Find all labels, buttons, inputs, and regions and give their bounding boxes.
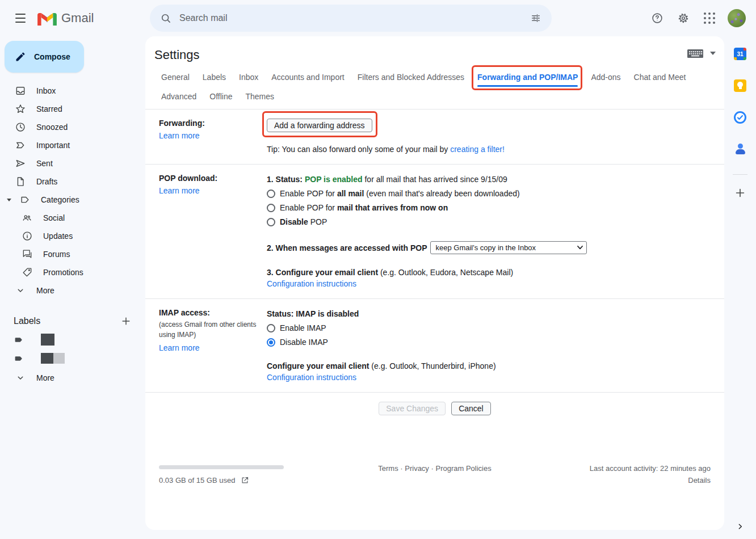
sidebar-item-forums[interactable]: Forums: [0, 245, 136, 263]
imap-access-section: IMAP access: (access Gmail from other cl…: [145, 299, 724, 393]
option-text: (even mail that's already been downloade…: [364, 189, 519, 198]
imap-learn-more-link[interactable]: Learn more: [159, 343, 200, 352]
sidebar-item-inbox[interactable]: Inbox: [0, 82, 136, 100]
storage-used-text: 0.03 GB of 15 GB used: [159, 476, 235, 485]
imap-configuration-instructions-link[interactable]: Configuration instructions: [267, 373, 356, 382]
radio-selected[interactable]: [267, 338, 275, 347]
tab-inbox[interactable]: Inbox: [239, 73, 258, 82]
sidebar-item-starred[interactable]: Starred: [0, 100, 136, 118]
tab-advanced[interactable]: Advanced: [161, 92, 196, 101]
sidebar-item-sent[interactable]: Sent: [0, 154, 136, 172]
main-menu-icon[interactable]: [7, 5, 34, 32]
tab-accounts-and-import[interactable]: Accounts and Import: [271, 73, 344, 82]
labels-heading: Labels: [14, 316, 40, 326]
settings-actions: Save Changes Cancel: [145, 393, 724, 426]
terms-link[interactable]: Terms: [378, 464, 398, 473]
sidebar-item-drafts[interactable]: Drafts: [0, 172, 136, 191]
keep-icon[interactable]: [731, 77, 749, 95]
show-side-panel-chevron-icon[interactable]: [736, 522, 745, 531]
right-side-panel: 31: [724, 36, 756, 539]
pop-configuration-instructions-link[interactable]: Configuration instructions: [267, 279, 356, 288]
tab-labels[interactable]: Labels: [203, 73, 226, 82]
pop-option-from-now-on[interactable]: Enable POP for mail that arrives from no…: [267, 202, 711, 213]
compose-button[interactable]: Compose: [5, 41, 84, 73]
pop-action-select[interactable]: keep Gmail's copy in the Inbox: [430, 241, 587, 254]
user-label-row[interactable]: [0, 330, 145, 349]
user-label-row[interactable]: [0, 349, 145, 368]
pop-option-all-mail[interactable]: Enable POP for all mail (even mail that'…: [267, 188, 711, 199]
star-icon: [15, 103, 26, 115]
privacy-link[interactable]: Privacy: [405, 464, 429, 473]
get-add-ons-plus-icon[interactable]: [731, 184, 749, 202]
add-forwarding-address-button[interactable]: Add a forwarding address: [267, 119, 372, 132]
input-tools-dropdown-icon[interactable]: [709, 51, 716, 56]
tab-add-ons[interactable]: Add-ons: [591, 73, 620, 82]
tab-offline[interactable]: Offline: [209, 92, 232, 101]
forwarding-learn-more-link[interactable]: Learn more: [159, 131, 200, 140]
details-link[interactable]: Details: [540, 476, 711, 485]
pop-option-disable[interactable]: Disable POP: [267, 216, 711, 228]
account-avatar[interactable]: [728, 9, 746, 27]
pop-learn-more-link[interactable]: Learn more: [159, 186, 200, 195]
draft-file-icon: [15, 176, 26, 187]
option-text: Enable POP for: [280, 189, 337, 198]
imap-access-sublabel: (access Gmail from other clients using I…: [159, 319, 260, 340]
clock-icon: [15, 121, 26, 133]
cancel-button[interactable]: Cancel: [451, 402, 491, 415]
radio-unselected[interactable]: [267, 190, 275, 198]
contacts-icon[interactable]: [731, 140, 749, 158]
creating-a-filter-link[interactable]: creating a filter!: [450, 145, 505, 154]
tab-themes[interactable]: Themes: [246, 92, 275, 101]
radio-unselected[interactable]: [267, 324, 275, 332]
important-icon: [15, 140, 26, 151]
tasks-icon[interactable]: [731, 108, 749, 127]
pop-status-rest: for all mail that has arrived since 9/15…: [363, 175, 507, 184]
save-changes-button[interactable]: Save Changes: [379, 402, 446, 415]
imap-option-enable[interactable]: Enable IMAP: [267, 322, 711, 334]
sidebar-labels-more[interactable]: More: [0, 369, 136, 387]
pop-download-label: POP download:: [159, 174, 267, 183]
search-icon[interactable]: [154, 7, 177, 30]
chat-icon: [22, 249, 33, 260]
search-options-icon[interactable]: [524, 7, 547, 30]
settings-tabs-row-2: Advanced Offline Themes: [145, 89, 724, 109]
sidebar-item-label: Important: [36, 141, 70, 150]
sidebar-item-social[interactable]: Social: [0, 209, 136, 227]
sidebar-item-updates[interactable]: Updates: [0, 227, 136, 245]
imap-option-disable[interactable]: Disable IMAP: [267, 336, 711, 348]
google-apps-icon[interactable]: [698, 7, 721, 30]
sidebar-item-categories[interactable]: Categories: [0, 191, 136, 209]
collapse-triangle-icon[interactable]: [5, 199, 14, 201]
redacted-label-name: [41, 334, 54, 346]
sidebar-item-snoozed[interactable]: Snoozed: [0, 118, 136, 136]
forwarding-tip-text: Tip: You can also forward only some of y…: [267, 145, 450, 154]
tab-forwarding-and-pop-imap[interactable]: Forwarding and POP/IMAP: [477, 73, 578, 82]
tab-filters-and-blocked-addresses[interactable]: Filters and Blocked Addresses: [358, 73, 464, 82]
tab-chat-and-meet[interactable]: Chat and Meet: [634, 73, 686, 82]
search-bar[interactable]: Search mail: [150, 5, 552, 32]
radio-unselected[interactable]: [267, 204, 275, 212]
imap-configure-client-rest: (e.g. Outlook, Thunderbird, iPhone): [369, 361, 495, 370]
help-icon[interactable]: [646, 7, 669, 30]
sidebar-item-important[interactable]: Important: [0, 136, 136, 154]
footer-separator: ·: [431, 464, 434, 473]
settings-gear-icon[interactable]: [672, 7, 695, 30]
tab-general[interactable]: General: [161, 73, 190, 82]
compose-label: Compose: [34, 52, 70, 61]
program-policies-link[interactable]: Program Policies: [435, 464, 491, 473]
promotions-tag-icon: [22, 267, 33, 278]
search-input[interactable]: Search mail: [179, 13, 524, 23]
calendar-icon[interactable]: 31: [731, 45, 749, 63]
sidebar-item-label: Promotions: [43, 268, 83, 277]
sidebar-item-more[interactable]: More: [0, 281, 136, 300]
open-in-new-icon[interactable]: [241, 476, 249, 485]
sidebar-item-promotions[interactable]: Promotions: [0, 263, 136, 281]
radio-unselected[interactable]: [267, 218, 275, 226]
gmail-logo[interactable]: Gmail: [37, 11, 94, 26]
imap-access-label: IMAP access:: [159, 308, 267, 317]
input-tools-control[interactable]: [687, 48, 716, 59]
inbox-icon: [15, 85, 26, 96]
imap-configure-client-label: Configure your email client: [267, 361, 369, 370]
create-label-plus-icon[interactable]: [120, 315, 132, 327]
keyboard-icon[interactable]: [687, 48, 704, 59]
